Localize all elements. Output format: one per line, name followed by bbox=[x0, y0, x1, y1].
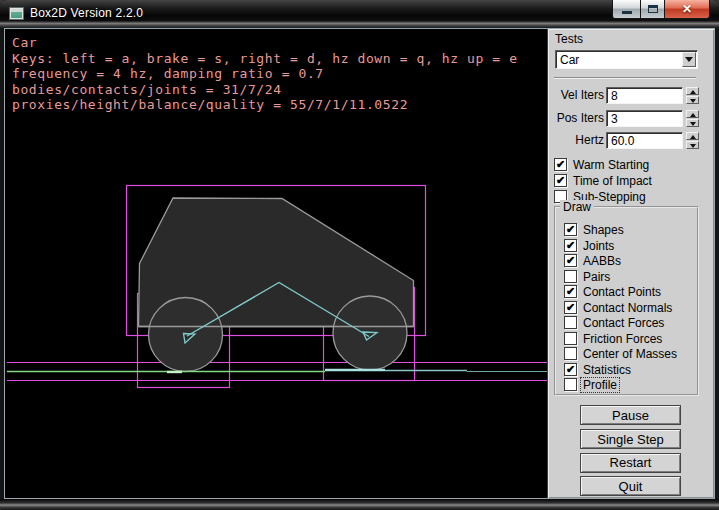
physics-canvas[interactable]: Car Keys: left = a, brake = s, right = d… bbox=[5, 29, 547, 498]
right-wheel bbox=[333, 296, 407, 370]
checkbox-icon[interactable] bbox=[564, 254, 577, 267]
pos-iters-label: Pos Iters bbox=[548, 111, 604, 125]
arrow-up-icon bbox=[690, 135, 696, 139]
checkbox-icon[interactable] bbox=[564, 223, 577, 236]
info-line-keys: Keys: left = a, brake = s, right = d, hz… bbox=[12, 51, 518, 67]
checkbox-icon[interactable] bbox=[564, 332, 577, 345]
window-title: Box2D Version 2.2.0 bbox=[30, 6, 143, 20]
spinner-down-button[interactable] bbox=[686, 119, 699, 127]
spinner-up-button[interactable] bbox=[686, 132, 699, 140]
spinner-down-button[interactable] bbox=[686, 141, 699, 149]
vel-iters-label: Vel Iters bbox=[548, 88, 604, 102]
single-step-button[interactable]: Single Step bbox=[580, 429, 681, 449]
info-line-bodies: bodies/contacts/joints = 31/7/24 bbox=[12, 82, 518, 98]
arrow-up-icon bbox=[690, 113, 696, 117]
pos-iters-input[interactable] bbox=[606, 110, 683, 127]
titlebar[interactable]: Box2D Version 2.2.0 ✕ bbox=[0, 0, 719, 28]
checkbox-icon[interactable] bbox=[554, 158, 567, 171]
checkbox-icon[interactable] bbox=[564, 363, 577, 376]
draw-group: Draw Shapes Joints AABBs Pairs bbox=[554, 206, 699, 396]
caption-buttons: ✕ bbox=[612, 0, 710, 19]
checkbox-label: Warm Starting bbox=[573, 158, 649, 172]
info-line-proxies: proxies/height/balance/quality = 55/7/1/… bbox=[12, 97, 518, 113]
hertz-input[interactable] bbox=[606, 132, 683, 149]
client-area: Car Keys: left = a, brake = s, right = d… bbox=[4, 28, 715, 499]
control-panel: Tests Car Vel Iters Pos Iters Hertz bbox=[547, 29, 714, 498]
checkbox-label: Shapes bbox=[583, 223, 624, 237]
close-button[interactable]: ✕ bbox=[665, 0, 710, 19]
spinner-up-button[interactable] bbox=[686, 87, 699, 95]
chevron-down-icon bbox=[685, 57, 693, 62]
pos-iters-spinner bbox=[686, 110, 699, 127]
checkbox-icon[interactable] bbox=[564, 316, 577, 329]
checkbox-icon[interactable] bbox=[564, 347, 577, 360]
info-line-frequency: frequency = 4 hz, damping ratio = 0.7 bbox=[12, 66, 518, 82]
separator bbox=[554, 77, 696, 79]
checkbox-label: Friction Forces bbox=[583, 332, 662, 346]
checkbox-icon[interactable] bbox=[564, 378, 577, 391]
spinner-down-button[interactable] bbox=[686, 96, 699, 104]
test-title: Car bbox=[12, 35, 518, 51]
checkbox-label: Joints bbox=[583, 239, 614, 253]
minimize-icon bbox=[622, 11, 632, 14]
checkbox-label: Center of Masses bbox=[583, 347, 677, 361]
tests-dropdown-value: Car bbox=[560, 53, 579, 67]
minimize-button[interactable] bbox=[612, 0, 641, 19]
arrow-down-icon bbox=[690, 144, 696, 148]
app-window: Box2D Version 2.2.0 ✕ bbox=[0, 0, 719, 510]
maximize-icon bbox=[648, 5, 658, 13]
debug-info-text: Car Keys: left = a, brake = s, right = d… bbox=[12, 35, 518, 113]
checkbox-label: Contact Points bbox=[583, 285, 661, 299]
checkbox-label: Profile bbox=[581, 378, 619, 392]
window-bottom-frame bbox=[0, 499, 719, 510]
checkbox-icon[interactable] bbox=[564, 301, 577, 314]
hertz-label: Hertz bbox=[548, 133, 604, 147]
close-icon: ✕ bbox=[665, 2, 709, 16]
arrow-down-icon bbox=[690, 99, 696, 103]
pause-button[interactable]: Pause bbox=[580, 405, 681, 425]
arrow-up-icon bbox=[690, 90, 696, 94]
checkbox-icon[interactable] bbox=[564, 239, 577, 252]
left-wheel bbox=[149, 298, 223, 372]
hertz-spinner bbox=[686, 132, 699, 149]
tests-label: Tests bbox=[555, 32, 583, 46]
spinner-up-button[interactable] bbox=[686, 110, 699, 118]
tests-dropdown[interactable]: Car bbox=[555, 50, 698, 69]
maximize-button[interactable] bbox=[641, 0, 665, 19]
checkbox-icon[interactable] bbox=[564, 285, 577, 298]
checkbox-label: AABBs bbox=[583, 254, 621, 268]
vel-iters-spinner bbox=[686, 87, 699, 104]
checkbox-label: Time of Impact bbox=[573, 174, 652, 188]
checkbox-label: Statistics bbox=[583, 363, 631, 377]
checkbox-label: Pairs bbox=[583, 270, 610, 284]
restart-button[interactable]: Restart bbox=[580, 453, 681, 473]
dropdown-arrow-button[interactable] bbox=[682, 52, 696, 67]
arrow-down-icon bbox=[690, 122, 696, 126]
checkbox-icon[interactable] bbox=[554, 174, 567, 187]
checkbox-label: Contact Normals bbox=[583, 301, 672, 315]
vel-iters-input[interactable] bbox=[606, 87, 683, 104]
draw-group-label: Draw bbox=[560, 200, 594, 214]
quit-button[interactable]: Quit bbox=[580, 476, 681, 496]
checkbox-label: Contact Forces bbox=[583, 316, 664, 330]
app-icon bbox=[9, 7, 24, 20]
checkbox-icon[interactable] bbox=[564, 270, 577, 283]
